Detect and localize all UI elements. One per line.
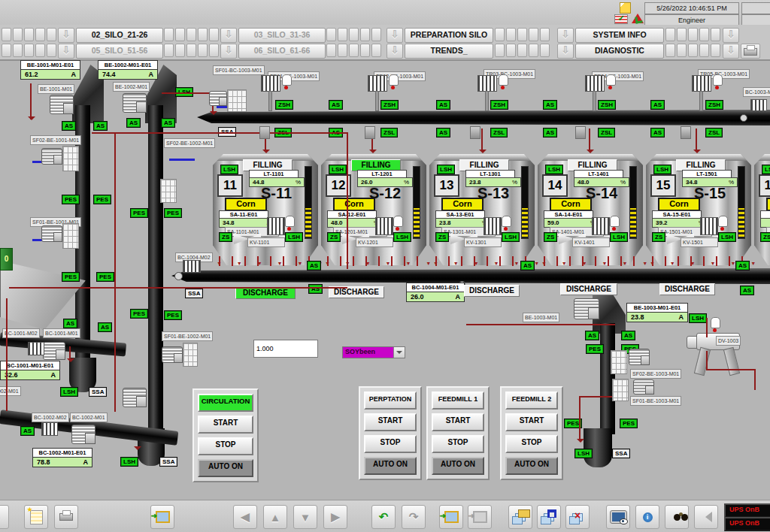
save-window-button[interactable] — [537, 505, 561, 529]
acknowledge-icon[interactable]: ✓ — [614, 14, 628, 24]
silo-number: 15 — [650, 174, 676, 197]
material-select[interactable]: SOYbeen — [342, 346, 405, 358]
manual-mode-hand-icon[interactable] — [282, 74, 292, 86]
manual-mode-hand-icon[interactable] — [502, 216, 511, 227]
perptation-start-button[interactable]: START — [364, 413, 417, 431]
feedmill1-auto-button[interactable]: AUTO ON — [432, 457, 484, 475]
monitor-view-button[interactable] — [606, 505, 630, 529]
conveyor-pulley — [174, 272, 183, 280]
redo-button[interactable]: ↷ — [402, 505, 426, 529]
silo-number: 11 — [217, 174, 243, 197]
nav-dropdown-button[interactable]: ⇩ — [220, 44, 237, 59]
pipe-arrow-icon — [479, 150, 487, 157]
feedmill1-stop-button[interactable]: STOP — [432, 435, 484, 453]
manual-mode-hand-icon[interactable] — [389, 74, 399, 86]
nav-dropdown-button[interactable]: ⇩ — [723, 44, 739, 59]
manual-mode-hand-icon[interactable] — [610, 216, 620, 227]
conveyor-leg — [575, 126, 586, 139]
nav-dropdown-button[interactable]: ⇩ — [58, 44, 74, 59]
nav-silo-61-66[interactable]: 06_SILO_61-66 — [238, 44, 326, 59]
discharge-status: DISCHARGE — [560, 283, 617, 295]
pipe-arrow-icon — [210, 111, 217, 119]
nav-silo-21-26[interactable]: 02_SILO_21-26 — [76, 28, 163, 43]
valve-label: KV-1501 — [681, 237, 718, 247]
manual-mode-hand-icon[interactable] — [711, 317, 720, 328]
circulation-stop-button[interactable]: STOP — [198, 437, 253, 455]
note-icon[interactable] — [620, 2, 631, 14]
open-window-button[interactable] — [508, 505, 532, 529]
navigate-left-button[interactable]: ◀ — [233, 505, 257, 529]
search-button[interactable] — [665, 505, 689, 529]
nav-dropdown-button[interactable]: ⇩ — [387, 28, 403, 43]
feedmill2-start-button[interactable]: START — [505, 413, 558, 431]
undo-button[interactable]: ↶ — [371, 505, 396, 529]
perptation-auto-button[interactable]: AUTO ON — [364, 457, 417, 475]
device-label: BE-1002-M01-E01 — [98, 60, 158, 70]
device-value: 74.4A — [98, 70, 158, 80]
motor-icon — [629, 349, 650, 365]
as-badge: AS — [543, 128, 557, 138]
manual-mode-hand-icon[interactable] — [499, 74, 508, 86]
nav-dropdown-button[interactable]: ⇩ — [387, 44, 403, 59]
manual-mode-hand-icon[interactable] — [718, 216, 728, 227]
weigher-display: 0 — [0, 248, 13, 271]
nav-dropdown-button[interactable]: ⇩ — [557, 44, 574, 59]
goto-screen-button[interactable] — [439, 505, 463, 529]
circulation-start-button[interactable]: START — [198, 416, 253, 434]
device-label: BE-1001-M01-E01 — [20, 60, 80, 70]
print-button[interactable] — [741, 44, 760, 59]
new-report-button[interactable] — [24, 505, 48, 529]
pipe-arrow-icon — [693, 150, 701, 157]
nav-system-info[interactable]: SYSTEM INFO — [575, 28, 664, 43]
nav-segments — [164, 44, 219, 57]
circulation-auto-button[interactable]: AUTO ON — [198, 459, 253, 477]
navigate-up-button[interactable]: ▲ — [263, 505, 287, 529]
alarm-warning-icon[interactable] — [632, 14, 644, 23]
device-value: 61.2A — [20, 70, 80, 80]
lsh-badge: LSH — [437, 165, 455, 174]
screen-select-button[interactable] — [150, 505, 174, 529]
silo: LSH FILLING 15 LT-1501 34.8% S-15 Corn S… — [646, 154, 751, 265]
navigate-down-button[interactable]: ▼ — [293, 505, 317, 529]
manual-mode-hand-icon[interactable] — [713, 74, 723, 86]
nav-dropdown-button[interactable]: ⇩ — [557, 28, 574, 43]
navigate-right-button[interactable]: ▶ — [323, 505, 347, 529]
nav-silo-31-36[interactable]: 03_SILO_31-36 — [238, 28, 326, 43]
manual-mode-hand-icon[interactable] — [285, 216, 295, 227]
silo-number: 13 — [434, 174, 459, 197]
perptation-stop-button[interactable]: STOP — [364, 435, 417, 453]
valve-label: KV-1201 — [356, 237, 393, 247]
bc-1002-motor-readout: BC-1002-M01-E01 78.8A — [32, 448, 92, 467]
nav-silo-51-56[interactable]: 05_SILO_51-56 — [76, 44, 163, 59]
nav-diagnostic[interactable]: DIAGNOSTIC — [575, 44, 664, 59]
feedmill2-auto-button[interactable]: AUTO ON — [505, 457, 558, 475]
lsh-badge: LSH — [545, 165, 563, 174]
nav-segments — [495, 28, 550, 41]
manual-mode-hand-icon[interactable] — [393, 216, 403, 227]
nav-dropdown-button[interactable]: ⇩ — [220, 28, 237, 43]
feedmill2-stop-button[interactable]: STOP — [505, 435, 558, 453]
nav-dropdown-button[interactable]: ⇩ — [723, 28, 739, 43]
forward-screen-button[interactable] — [468, 505, 492, 529]
manual-mode-hand-icon[interactable] — [606, 74, 616, 86]
as-badge: AS — [329, 100, 343, 110]
nav-segments — [326, 44, 381, 57]
sound-button[interactable] — [694, 505, 718, 529]
print-button[interactable] — [54, 505, 78, 529]
pipe-line — [347, 132, 348, 269]
monitor-icon — [611, 511, 626, 523]
nav-trends[interactable]: TRENDS_ — [405, 44, 493, 59]
silo-discharge-arrows — [219, 256, 312, 266]
info-button[interactable]: i — [635, 505, 659, 529]
chevron-down-icon[interactable] — [393, 347, 405, 358]
feedmill1-start-button[interactable]: START — [432, 413, 484, 431]
auger-motor-icon — [375, 217, 393, 235]
feedmill2-header: FEEDMILL 2 — [505, 391, 558, 410]
nav-preparation-silo[interactable]: PREPARATION SILO — [405, 28, 493, 43]
nav-dropdown-button[interactable]: ⇩ — [58, 28, 74, 43]
setpoint-input[interactable] — [253, 340, 318, 358]
tripper-stem — [485, 91, 489, 111]
motor-icon — [41, 148, 62, 165]
close-window-button[interactable]: × — [565, 505, 590, 529]
toolbar-partial-button[interactable]: ◆ — [0, 505, 9, 529]
